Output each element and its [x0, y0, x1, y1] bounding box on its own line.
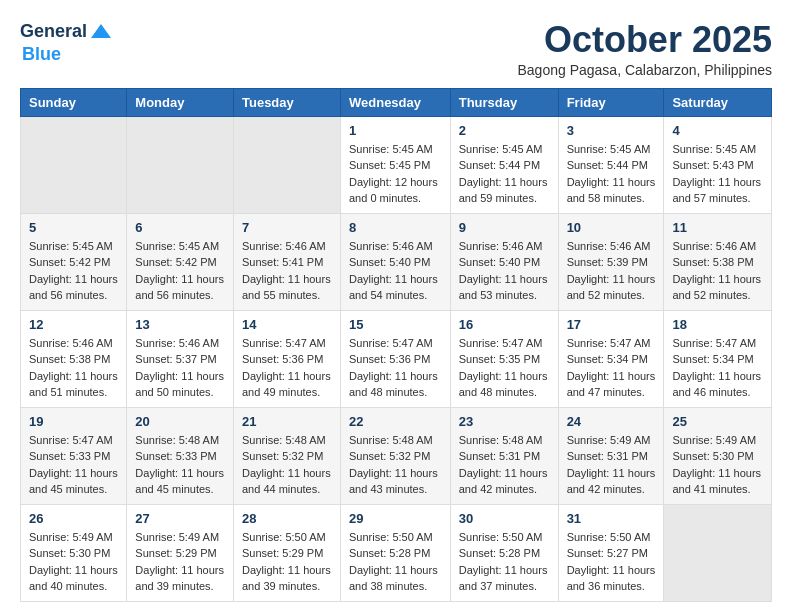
day-info-line: Sunrise: 5:50 AM — [567, 529, 656, 546]
day-info-line: and 40 minutes. — [29, 578, 118, 595]
calendar-cell: 2Sunrise: 5:45 AMSunset: 5:44 PMDaylight… — [450, 116, 558, 213]
day-info-line: and 57 minutes. — [672, 190, 763, 207]
calendar-week-row: 1Sunrise: 5:45 AMSunset: 5:45 PMDaylight… — [21, 116, 772, 213]
day-info-line: Daylight: 11 hours — [672, 271, 763, 288]
day-number: 5 — [29, 220, 118, 235]
day-number: 9 — [459, 220, 550, 235]
day-info-line: and 52 minutes. — [672, 287, 763, 304]
day-number: 11 — [672, 220, 763, 235]
day-number: 24 — [567, 414, 656, 429]
calendar-cell: 5Sunrise: 5:45 AMSunset: 5:42 PMDaylight… — [21, 213, 127, 310]
day-info-line: Daylight: 11 hours — [135, 562, 225, 579]
day-info-line: Sunrise: 5:49 AM — [567, 432, 656, 449]
column-header-thursday: Thursday — [450, 88, 558, 116]
day-info-line: Sunset: 5:30 PM — [672, 448, 763, 465]
column-header-sunday: Sunday — [21, 88, 127, 116]
calendar-cell — [127, 116, 234, 213]
day-info-line: Sunrise: 5:48 AM — [459, 432, 550, 449]
day-info-line: and 42 minutes. — [459, 481, 550, 498]
day-number: 22 — [349, 414, 442, 429]
day-info-line: Sunrise: 5:47 AM — [349, 335, 442, 352]
calendar-header-row: SundayMondayTuesdayWednesdayThursdayFrid… — [21, 88, 772, 116]
day-number: 8 — [349, 220, 442, 235]
day-number: 20 — [135, 414, 225, 429]
day-info-line: Daylight: 11 hours — [567, 465, 656, 482]
column-header-tuesday: Tuesday — [233, 88, 340, 116]
day-info-line: Sunset: 5:36 PM — [349, 351, 442, 368]
day-info-line: Sunrise: 5:45 AM — [459, 141, 550, 158]
day-info-line: and 48 minutes. — [459, 384, 550, 401]
day-number: 13 — [135, 317, 225, 332]
day-info-line: Sunrise: 5:50 AM — [242, 529, 332, 546]
day-info-line: and 38 minutes. — [349, 578, 442, 595]
day-info-line: Sunrise: 5:49 AM — [672, 432, 763, 449]
day-info-line: Sunset: 5:27 PM — [567, 545, 656, 562]
calendar-cell: 1Sunrise: 5:45 AMSunset: 5:45 PMDaylight… — [340, 116, 450, 213]
calendar-cell: 3Sunrise: 5:45 AMSunset: 5:44 PMDaylight… — [558, 116, 664, 213]
day-info-line: Sunset: 5:29 PM — [242, 545, 332, 562]
day-info-line: Sunset: 5:40 PM — [459, 254, 550, 271]
day-info-line: Daylight: 11 hours — [567, 174, 656, 191]
day-info-line: and 45 minutes. — [135, 481, 225, 498]
day-info-line: Daylight: 11 hours — [567, 368, 656, 385]
day-info-line: Sunrise: 5:45 AM — [567, 141, 656, 158]
day-info-line: Daylight: 11 hours — [349, 465, 442, 482]
day-info-line: Daylight: 11 hours — [459, 465, 550, 482]
day-info-line: Daylight: 11 hours — [135, 465, 225, 482]
day-number: 6 — [135, 220, 225, 235]
day-number: 31 — [567, 511, 656, 526]
day-info-line: Daylight: 11 hours — [135, 368, 225, 385]
calendar-cell: 29Sunrise: 5:50 AMSunset: 5:28 PMDayligh… — [340, 504, 450, 601]
day-info-line: Daylight: 11 hours — [567, 271, 656, 288]
calendar-cell: 28Sunrise: 5:50 AMSunset: 5:29 PMDayligh… — [233, 504, 340, 601]
calendar-cell: 27Sunrise: 5:49 AMSunset: 5:29 PMDayligh… — [127, 504, 234, 601]
day-number: 21 — [242, 414, 332, 429]
day-info-line: Sunrise: 5:48 AM — [135, 432, 225, 449]
day-info-line: Daylight: 11 hours — [672, 465, 763, 482]
calendar-cell: 15Sunrise: 5:47 AMSunset: 5:36 PMDayligh… — [340, 310, 450, 407]
calendar-cell — [664, 504, 772, 601]
calendar-cell: 8Sunrise: 5:46 AMSunset: 5:40 PMDaylight… — [340, 213, 450, 310]
day-info-line: Daylight: 11 hours — [242, 562, 332, 579]
calendar-week-row: 19Sunrise: 5:47 AMSunset: 5:33 PMDayligh… — [21, 407, 772, 504]
day-info-line: Sunset: 5:33 PM — [29, 448, 118, 465]
day-info-line: Sunset: 5:43 PM — [672, 157, 763, 174]
calendar-cell: 18Sunrise: 5:47 AMSunset: 5:34 PMDayligh… — [664, 310, 772, 407]
day-number: 23 — [459, 414, 550, 429]
day-info-line: and 58 minutes. — [567, 190, 656, 207]
day-info-line: Sunrise: 5:47 AM — [242, 335, 332, 352]
day-info-line: and 39 minutes. — [242, 578, 332, 595]
day-info-line: Sunset: 5:44 PM — [567, 157, 656, 174]
day-number: 1 — [349, 123, 442, 138]
day-info-line: and 54 minutes. — [349, 287, 442, 304]
day-info-line: Sunrise: 5:45 AM — [135, 238, 225, 255]
day-info-line: Daylight: 11 hours — [242, 271, 332, 288]
calendar-cell: 9Sunrise: 5:46 AMSunset: 5:40 PMDaylight… — [450, 213, 558, 310]
day-info-line: Sunrise: 5:45 AM — [672, 141, 763, 158]
calendar-cell: 22Sunrise: 5:48 AMSunset: 5:32 PMDayligh… — [340, 407, 450, 504]
day-info-line: Sunset: 5:44 PM — [459, 157, 550, 174]
day-number: 19 — [29, 414, 118, 429]
day-number: 30 — [459, 511, 550, 526]
day-info-line: Sunset: 5:33 PM — [135, 448, 225, 465]
calendar-cell: 24Sunrise: 5:49 AMSunset: 5:31 PMDayligh… — [558, 407, 664, 504]
calendar-cell: 7Sunrise: 5:46 AMSunset: 5:41 PMDaylight… — [233, 213, 340, 310]
column-header-friday: Friday — [558, 88, 664, 116]
day-info-line: Sunset: 5:29 PM — [135, 545, 225, 562]
day-info-line: Sunrise: 5:46 AM — [29, 335, 118, 352]
day-info-line: and 46 minutes. — [672, 384, 763, 401]
day-info-line: Daylight: 11 hours — [242, 465, 332, 482]
logo-text-blue: Blue — [22, 44, 61, 65]
day-number: 18 — [672, 317, 763, 332]
day-info-line: and 37 minutes. — [459, 578, 550, 595]
calendar-cell: 13Sunrise: 5:46 AMSunset: 5:37 PMDayligh… — [127, 310, 234, 407]
day-info-line: Sunset: 5:37 PM — [135, 351, 225, 368]
day-info-line: and 49 minutes. — [242, 384, 332, 401]
day-number: 15 — [349, 317, 442, 332]
title-section: October 2025 Bagong Pagasa, Calabarzon, … — [517, 20, 772, 78]
day-info-line: Sunset: 5:31 PM — [567, 448, 656, 465]
day-info-line: and 56 minutes. — [135, 287, 225, 304]
day-info-line: and 56 minutes. — [29, 287, 118, 304]
day-info-line: Sunset: 5:36 PM — [242, 351, 332, 368]
calendar-cell: 30Sunrise: 5:50 AMSunset: 5:28 PMDayligh… — [450, 504, 558, 601]
